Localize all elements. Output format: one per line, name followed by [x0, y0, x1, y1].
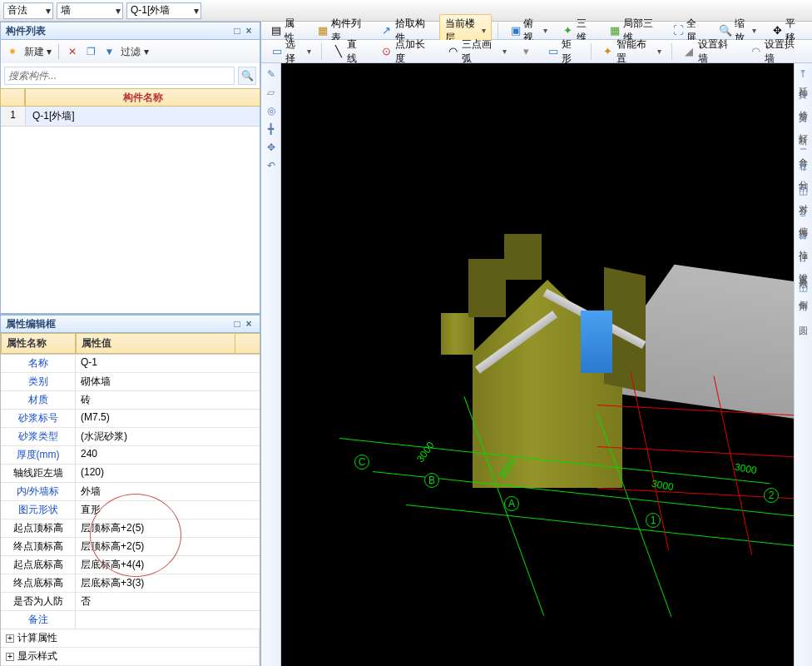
component-list-header: 构件列表 □ ×: [0, 22, 260, 40]
property-key: 类别: [1, 373, 76, 390]
side-tool-2[interactable]: ✂打断: [797, 115, 810, 130]
property-row[interactable]: 砂浆类型(水泥砂浆): [1, 428, 260, 446]
property-value[interactable]: [76, 611, 260, 629]
side-tool-3[interactable]: ⎯合并: [797, 138, 810, 153]
property-row[interactable]: 名称Q-1: [1, 355, 260, 373]
property-value[interactable]: 否: [76, 593, 260, 610]
property-key: 厚度(mm): [1, 446, 76, 464]
property-value[interactable]: (120): [76, 465, 260, 482]
property-value[interactable]: 层底标高+4(4): [76, 556, 260, 574]
side-tool-5[interactable]: ◫对齐: [797, 185, 810, 200]
property-expander[interactable]: +显示样式: [1, 648, 260, 666]
property-value[interactable]: (M7.5): [76, 410, 260, 427]
property-row[interactable]: 厚度(mm)240: [1, 446, 260, 465]
side-tool-1[interactable]: ✂修剪: [797, 92, 810, 107]
property-value[interactable]: 砖: [76, 391, 260, 409]
tool-undo-icon[interactable]: ↶: [264, 158, 279, 173]
draw-ribbon: ▭选择 ╲直线 ⊙点加长度 ◠三点画弧 ▾ ▭矩形 ✦智能布置 ◢设置斜墙 ◠设…: [261, 40, 812, 63]
dim-1: 3000: [414, 440, 437, 465]
side-tool-10[interactable]: ⌒圆: [797, 305, 810, 321]
expand-icon[interactable]: +: [6, 653, 14, 661]
side-tool-8[interactable]: ↔设置夹点: [797, 255, 810, 273]
search-input[interactable]: [4, 67, 235, 85]
property-key: 图元形状: [1, 501, 76, 519]
right-tool-strip: ⤒延伸✂修剪✂打断⎯合并⇅分割◫对齐≡偏移⇔拉伸↔设置夹点◫倒角⌒圆: [794, 63, 812, 666]
side-tool-0[interactable]: ⤒延伸: [797, 68, 810, 83]
tool-brush-icon[interactable]: ✎: [264, 67, 279, 82]
side-tool-6[interactable]: ≡偏移: [797, 208, 810, 223]
right-column: ▤属性 ▦构件列表 ↗拾取构件 当前楼层 ▣俯视 ✦三维 ▦局部三维 ⛶全屏 🔍…: [261, 22, 812, 666]
tool-measure-icon[interactable]: ╋: [264, 122, 279, 137]
property-row[interactable]: 终点底标高层底标高+3(3): [1, 574, 260, 593]
property-row[interactable]: 起点底标高层底标高+4(4): [1, 556, 260, 574]
property-row[interactable]: 内/外墙标外墙: [1, 483, 260, 501]
property-key: 砂浆类型: [1, 428, 76, 445]
property-value[interactable]: Q-1: [76, 355, 260, 372]
wall-step-3: [504, 234, 542, 280]
property-key: 名称: [1, 355, 76, 372]
filter-button[interactable]: 过滤: [121, 45, 148, 59]
property-row[interactable]: 轴线距左墙(120): [1, 465, 260, 483]
dropdown-component[interactable]: Q-1[外墙: [126, 2, 201, 19]
property-value[interactable]: 直形: [76, 501, 260, 519]
property-title: 属性编辑框: [6, 317, 56, 331]
property-key: 轴线距左墙: [1, 465, 76, 482]
search-row: 🔍: [0, 63, 260, 88]
blue-element: [581, 311, 612, 373]
component-column-header: 构件名称: [25, 88, 260, 107]
pin-icon[interactable]: □: [231, 25, 243, 37]
copy-icon[interactable]: ❐: [84, 45, 97, 58]
property-key: 备注: [1, 611, 76, 629]
side-tool-4[interactable]: ⇅分割: [797, 162, 810, 176]
property-key: 内/外墙标: [1, 483, 76, 500]
tool-target-icon[interactable]: ◎: [264, 103, 279, 118]
row-name: Q-1[外墙]: [26, 107, 260, 126]
close-icon[interactable]: ×: [243, 25, 255, 37]
property-row[interactable]: 是否为人防否: [1, 593, 260, 611]
property-row[interactable]: 起点顶标高层顶标高+2(5): [1, 519, 260, 538]
property-key: 是否为人防: [1, 593, 76, 610]
tool-move-icon[interactable]: ✥: [264, 140, 279, 155]
wall-step-2: [468, 259, 506, 317]
property-key: 终点顶标高: [1, 538, 76, 555]
dropdown-layer[interactable]: 音法: [3, 2, 53, 19]
delete-icon[interactable]: ✕: [66, 45, 79, 58]
left-column: 构件列表 □ × ✷ 新建 ✕ ❐ ▼ 过滤 🔍 构件名称 1 Q-1[外墙]: [0, 22, 261, 666]
pin-icon[interactable]: □: [231, 318, 243, 330]
property-value[interactable]: 层底标高+3(3): [76, 574, 260, 592]
axis-label-b: B: [424, 473, 439, 488]
tool-erase-icon[interactable]: ▱: [264, 85, 279, 100]
property-key: 终点底标高: [1, 574, 76, 592]
property-header: 属性编辑框 □ ×: [0, 315, 260, 333]
viewport-3d[interactable]: C B A 1 2 3000 3000 3000 3000: [281, 63, 794, 666]
property-row[interactable]: 图元形状直形: [1, 501, 260, 519]
property-value[interactable]: (水泥砂浆): [76, 428, 260, 445]
table-row[interactable]: 1 Q-1[外墙]: [1, 107, 260, 127]
property-table: 属性名称 属性值 名称Q-1类别砌体墙材质砖砂浆标号(M7.5)砂浆类型(水泥砂…: [0, 333, 260, 666]
property-value[interactable]: 层顶标高+2(5): [76, 519, 260, 537]
side-tool-7[interactable]: ⇔拉伸: [797, 231, 810, 246]
new-button[interactable]: 新建: [24, 45, 52, 59]
dropdown-category[interactable]: 墙: [57, 2, 123, 19]
new-icon[interactable]: ✷: [6, 45, 19, 58]
property-value[interactable]: 层顶标高+2(5): [76, 538, 260, 555]
property-row[interactable]: 砂浆标号(M7.5): [1, 410, 260, 428]
side-tool-9[interactable]: ◫倒角: [797, 281, 810, 296]
property-row[interactable]: 备注: [1, 611, 260, 629]
viewport-wrap: ✎ ▱ ◎ ╋ ✥ ↶: [261, 63, 812, 666]
property-value[interactable]: 240: [76, 446, 260, 464]
more-icon[interactable]: ▾: [514, 42, 539, 61]
search-button[interactable]: 🔍: [238, 67, 256, 85]
property-row[interactable]: 材质砖: [1, 391, 260, 410]
property-value[interactable]: 砌体墙: [76, 373, 260, 390]
filter-icon[interactable]: ▼: [102, 45, 116, 58]
property-row[interactable]: 类别砌体墙: [1, 373, 260, 391]
property-row[interactable]: 终点顶标高层顶标高+2(5): [1, 538, 260, 556]
prop-head-name: 属性名称: [1, 333, 76, 354]
property-expander[interactable]: +计算属性: [1, 629, 260, 648]
property-value[interactable]: 外墙: [76, 483, 260, 500]
close-icon[interactable]: ×: [243, 318, 255, 330]
left-tool-strip: ✎ ▱ ◎ ╋ ✥ ↶: [261, 63, 281, 666]
component-table[interactable]: 1 Q-1[外墙]: [0, 107, 260, 314]
expand-icon[interactable]: +: [6, 634, 14, 643]
